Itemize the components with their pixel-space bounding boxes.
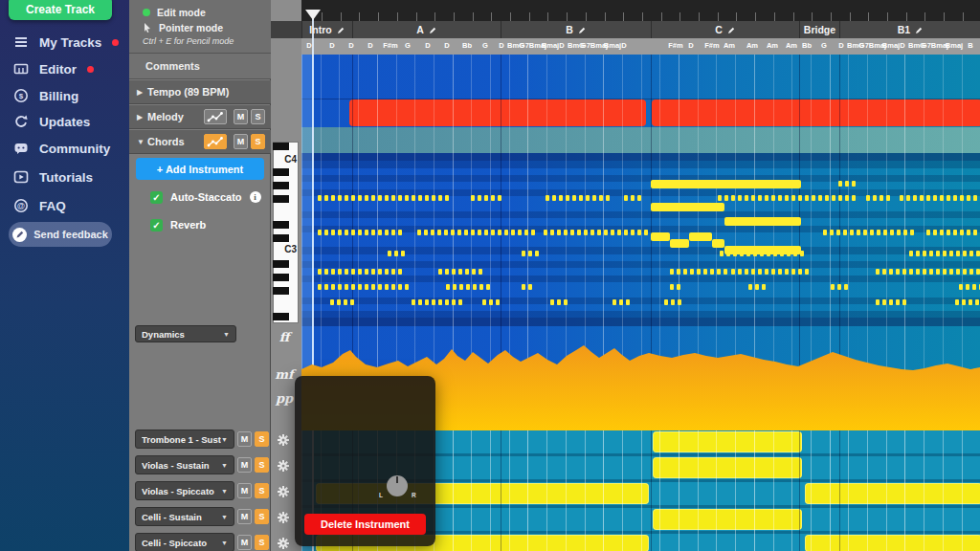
note[interactable] — [960, 230, 964, 235]
note[interactable] — [471, 230, 475, 235]
note[interactable] — [940, 195, 944, 201]
note[interactable] — [836, 230, 840, 235]
note[interactable] — [670, 284, 674, 290]
instrument-solo-button[interactable]: S — [255, 509, 269, 524]
note[interactable] — [929, 269, 933, 275]
note[interactable] — [365, 195, 368, 201]
lane-block[interactable] — [653, 457, 802, 478]
note[interactable] — [338, 284, 342, 290]
note[interactable] — [724, 269, 727, 275]
note[interactable] — [953, 195, 957, 201]
note[interactable] — [452, 269, 456, 275]
note[interactable] — [890, 230, 894, 235]
note[interactable] — [358, 230, 362, 235]
note[interactable] — [331, 195, 335, 201]
note[interactable] — [923, 251, 926, 256]
note[interactable] — [909, 251, 913, 256]
note[interactable] — [920, 195, 924, 201]
gear-icon[interactable] — [276, 432, 291, 448]
note[interactable] — [471, 195, 475, 201]
auto-staccato-toggle[interactable]: ✓ Auto-Staccato i — [150, 189, 271, 205]
create-track-button[interactable]: Create Track — [9, 0, 112, 20]
note[interactable] — [484, 230, 488, 235]
note[interactable] — [425, 299, 429, 305]
note[interactable] — [331, 284, 335, 290]
note[interactable] — [498, 195, 501, 201]
note[interactable] — [876, 299, 880, 305]
automation-icon[interactable] — [204, 134, 227, 149]
note[interactable] — [358, 269, 362, 275]
chord-label[interactable]: Bb — [802, 41, 812, 50]
note[interactable] — [751, 269, 755, 275]
note[interactable] — [432, 195, 435, 201]
note[interactable] — [637, 195, 641, 201]
instrument-solo-button[interactable]: S — [255, 483, 269, 498]
note[interactable] — [933, 195, 937, 201]
note[interactable] — [590, 230, 594, 235]
note[interactable] — [805, 269, 809, 275]
chord-label[interactable]: G — [821, 41, 827, 50]
note[interactable] — [465, 269, 469, 275]
note[interactable] — [897, 230, 901, 235]
instrument-dropdown[interactable]: Violas - Spiccato▼ — [135, 481, 234, 500]
note[interactable] — [324, 269, 328, 275]
note[interactable] — [902, 269, 906, 275]
chord-label[interactable]: D — [499, 41, 503, 50]
pointer-mode-row[interactable]: Pointer mode — [143, 20, 271, 35]
note[interactable] — [758, 269, 762, 275]
note[interactable] — [916, 269, 920, 275]
note[interactable] — [491, 195, 495, 201]
note[interactable] — [903, 230, 907, 235]
note[interactable] — [929, 251, 933, 256]
note[interactable] — [967, 195, 970, 201]
chord-label[interactable]: D — [348, 41, 353, 50]
note[interactable] — [330, 299, 334, 305]
chord-label[interactable]: D — [306, 41, 311, 50]
note[interactable] — [378, 195, 382, 201]
note[interactable] — [831, 284, 835, 290]
chord-label[interactable]: F#m — [668, 41, 682, 50]
note[interactable] — [331, 269, 335, 275]
note[interactable] — [557, 230, 561, 235]
note[interactable] — [597, 230, 601, 235]
note[interactable] — [424, 230, 428, 235]
note[interactable] — [949, 251, 953, 256]
black-key[interactable] — [273, 234, 289, 242]
note[interactable] — [882, 269, 886, 275]
lane-block[interactable] — [805, 535, 980, 551]
note[interactable] — [969, 251, 973, 256]
section-bridge[interactable]: Bridge — [799, 21, 839, 38]
note-bar[interactable] — [651, 203, 724, 211]
reverb-toggle[interactable]: ✓ Reverb — [150, 217, 271, 232]
chord-label[interactable]: D — [329, 41, 334, 50]
note[interactable] — [791, 195, 795, 201]
note[interactable] — [391, 230, 395, 235]
note[interactable] — [570, 230, 574, 235]
chord-label[interactable]: Bmaj — [604, 41, 621, 50]
note[interactable] — [398, 269, 402, 275]
note[interactable] — [866, 195, 870, 201]
pencil-icon[interactable] — [915, 26, 924, 34]
note[interactable] — [943, 269, 947, 275]
note[interactable] — [718, 195, 722, 201]
note[interactable] — [345, 284, 348, 290]
note[interactable] — [963, 269, 967, 275]
pan-knob[interactable] — [387, 475, 408, 496]
note[interactable] — [785, 195, 789, 201]
note[interactable] — [880, 195, 883, 201]
note[interactable] — [973, 230, 977, 235]
note[interactable] — [612, 299, 616, 305]
note[interactable] — [557, 299, 561, 305]
note[interactable] — [528, 251, 532, 256]
black-key[interactable] — [273, 143, 289, 150]
note[interactable] — [900, 195, 903, 201]
note[interactable] — [405, 195, 409, 201]
note[interactable] — [755, 284, 759, 290]
note[interactable] — [550, 230, 554, 235]
note[interactable] — [385, 195, 389, 201]
note[interactable] — [962, 299, 966, 305]
note[interactable] — [863, 230, 867, 235]
note[interactable] — [913, 195, 917, 201]
note[interactable] — [606, 195, 610, 201]
instrument-mute-button[interactable]: M — [237, 535, 252, 550]
